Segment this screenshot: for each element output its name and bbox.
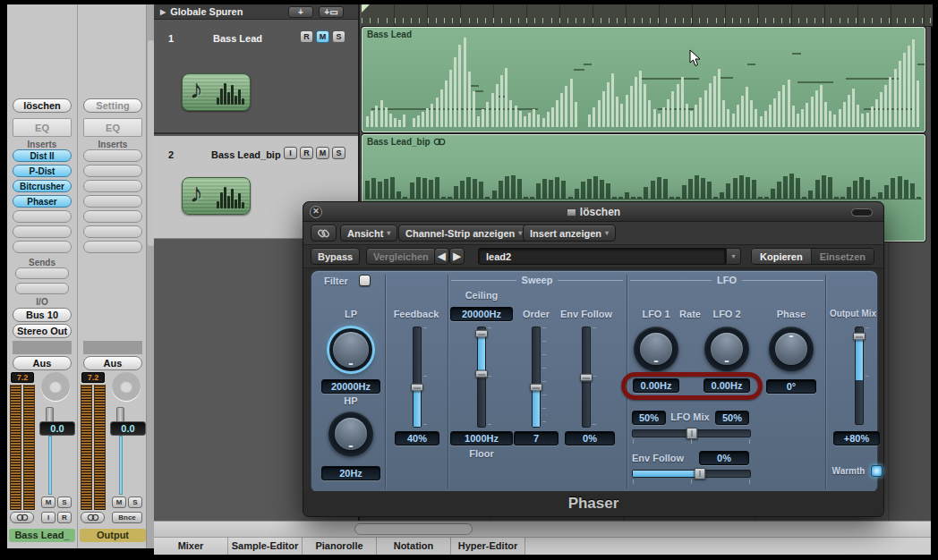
- bounce-button[interactable]: Bnce: [112, 512, 142, 523]
- filter-checkbox[interactable]: [359, 275, 371, 286]
- copy-button[interactable]: Kopieren: [752, 249, 811, 264]
- insert-slot-empty[interactable]: [83, 149, 142, 162]
- order-slider[interactable]: [532, 327, 541, 428]
- track-row-bass-lead[interactable]: 1 Bass Lead R M S ♪: [154, 20, 358, 134]
- phase-knob[interactable]: [769, 327, 814, 371]
- output-mix-slider[interactable]: [855, 327, 864, 425]
- prev-preset-button[interactable]: ◀: [434, 248, 449, 265]
- lfo-env-follow-value[interactable]: 0%: [699, 451, 749, 465]
- horizontal-scrollbar[interactable]: [154, 521, 931, 537]
- setting-button[interactable]: löschen: [13, 98, 72, 113]
- tab-pianorolle[interactable]: Pianorolle: [303, 538, 377, 555]
- channel-name-label[interactable]: Bass Lead_: [9, 529, 75, 542]
- lfo-mix-right-value[interactable]: 50%: [715, 411, 749, 425]
- record-enable-button[interactable]: R: [300, 147, 313, 159]
- insert-slot-empty[interactable]: [13, 210, 72, 223]
- lfo-env-follow-slider[interactable]: [632, 470, 751, 478]
- solo-button[interactable]: S: [128, 496, 142, 508]
- strip-scrollbar[interactable]: [146, 4, 154, 548]
- hp-knob[interactable]: [328, 412, 373, 456]
- insert-slot-phaser[interactable]: Phaser: [13, 195, 72, 208]
- plugin-title-bar[interactable]: ✕ löschen: [303, 202, 883, 222]
- order-value[interactable]: 7: [514, 431, 559, 445]
- scrollbar-thumb[interactable]: [354, 523, 473, 535]
- input-bus-button[interactable]: Bus 10: [13, 308, 72, 322]
- tab-mixer[interactable]: Mixer: [154, 538, 228, 555]
- insert-slot-empty[interactable]: [13, 241, 72, 253]
- mute-button[interactable]: M: [112, 496, 126, 508]
- group-slot[interactable]: [13, 341, 72, 354]
- compare-button[interactable]: Vergleichen: [366, 248, 436, 265]
- insert-slot-bitcrusher[interactable]: Bitcrusher: [13, 180, 72, 192]
- setting-button[interactable]: Setting: [83, 98, 142, 113]
- global-tracks-header[interactable]: ▶ Globale Spuren + +▭: [154, 4, 358, 20]
- insert-slot-empty[interactable]: [13, 225, 72, 238]
- ceiling-floor-slider[interactable]: [477, 327, 486, 428]
- bar-ruler[interactable]: [362, 4, 933, 27]
- automation-mode-button[interactable]: Aus: [13, 356, 72, 370]
- sweep-env-follow-value[interactable]: 0%: [565, 431, 615, 445]
- stereo-format-button[interactable]: [81, 512, 105, 523]
- lfo1-rate-knob[interactable]: [634, 327, 678, 371]
- warmth-checkbox[interactable]: [871, 465, 883, 477]
- tab-sample-editor[interactable]: Sample-Editor: [228, 538, 303, 555]
- next-preset-button[interactable]: ▶: [449, 248, 465, 265]
- group-slot[interactable]: [83, 341, 142, 354]
- insert-slot-empty[interactable]: [83, 180, 142, 192]
- phase-value[interactable]: 0°: [766, 379, 816, 394]
- playhead-marker[interactable]: [362, 4, 370, 13]
- output-mix-value[interactable]: +80%: [833, 431, 880, 445]
- view-menu[interactable]: Ansicht▾: [340, 225, 397, 242]
- hp-value[interactable]: 20Hz: [321, 466, 380, 480]
- send-slot-empty[interactable]: [15, 283, 69, 294]
- lfo-mix-left-value[interactable]: 50%: [632, 411, 666, 425]
- insert-slot-empty[interactable]: [83, 225, 142, 238]
- insert-slot-empty[interactable]: [83, 241, 142, 253]
- record-enable-button[interactable]: R: [57, 512, 72, 523]
- ceiling-value[interactable]: 20000Hz: [450, 307, 513, 321]
- add-track-button[interactable]: +: [288, 6, 313, 18]
- lp-knob[interactable]: [327, 326, 375, 374]
- floor-value[interactable]: 1000Hz: [450, 431, 513, 445]
- eq-slot[interactable]: EQ: [13, 118, 72, 137]
- solo-button[interactable]: S: [332, 147, 345, 159]
- output-stereo-button[interactable]: Stereo Out: [13, 324, 72, 338]
- insert-menu[interactable]: Insert anzeigen▾: [523, 225, 616, 242]
- feedback-value[interactable]: 40%: [395, 431, 439, 445]
- stereo-format-button[interactable]: [10, 512, 34, 523]
- bypass-button[interactable]: Bypass: [311, 248, 360, 265]
- insert-slot-empty[interactable]: [83, 210, 142, 223]
- disclosure-triangle-icon[interactable]: ▶: [160, 8, 166, 16]
- lp-value[interactable]: 20000Hz: [321, 379, 380, 394]
- channel-strip-menu[interactable]: Channel-Strip anzeigen▾: [398, 225, 529, 242]
- minimize-icon[interactable]: [851, 208, 873, 216]
- pan-knob[interactable]: [41, 372, 70, 401]
- duplicate-track-button[interactable]: +▭: [319, 6, 344, 18]
- lfo2-rate-knob[interactable]: [704, 327, 749, 371]
- eq-slot[interactable]: EQ: [83, 118, 142, 137]
- mute-button[interactable]: M: [316, 30, 329, 43]
- input-monitor-button[interactable]: I: [284, 147, 297, 159]
- pan-knob[interactable]: [112, 372, 141, 401]
- link-button[interactable]: [311, 225, 337, 242]
- insert-slot-pdist[interactable]: P-Dist: [13, 165, 72, 177]
- tab-hyper-editor[interactable]: Hyper-Editor: [451, 538, 525, 555]
- solo-button[interactable]: S: [332, 30, 345, 43]
- sweep-env-follow-slider[interactable]: [582, 327, 591, 428]
- mute-button[interactable]: M: [316, 147, 329, 159]
- record-enable-button[interactable]: R: [300, 30, 313, 43]
- preset-name-field[interactable]: lead2: [478, 248, 726, 265]
- solo-button[interactable]: S: [57, 496, 72, 508]
- lfo-mix-slider[interactable]: [632, 429, 751, 437]
- insert-slot-empty[interactable]: [83, 195, 142, 208]
- send-slot-empty[interactable]: [15, 267, 69, 279]
- paste-button[interactable]: Einsetzen: [811, 249, 874, 264]
- mute-button[interactable]: M: [41, 496, 55, 508]
- feedback-slider[interactable]: [413, 327, 422, 428]
- insert-slot-dist2[interactable]: Dist II: [13, 149, 72, 162]
- input-monitor-button[interactable]: I: [41, 512, 55, 523]
- region-bass-lead[interactable]: Bass Lead: [362, 27, 925, 132]
- tab-notation[interactable]: Notation: [377, 538, 451, 555]
- automation-mode-button[interactable]: Aus: [83, 356, 142, 370]
- channel-name-label[interactable]: Output: [80, 529, 146, 542]
